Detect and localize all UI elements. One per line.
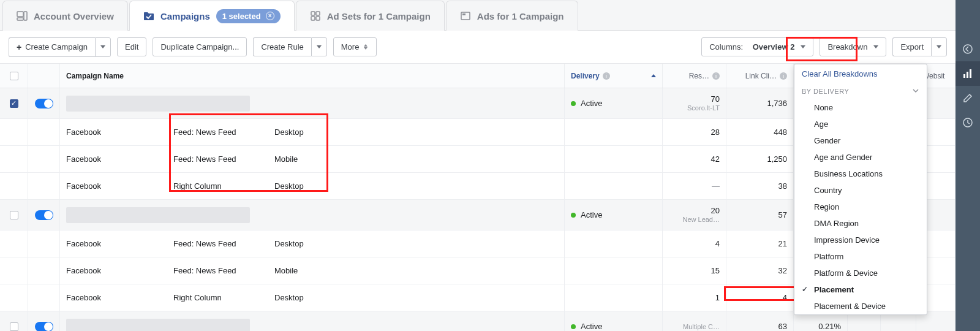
delivery-cell: Active [565,311,663,331]
header-campaign-name[interactable]: Campaign Name [60,64,565,88]
rail-collapse-icon[interactable] [956,37,980,61]
tab-ads[interactable]: Ads for 1 Campaign [446,1,578,31]
results-value: 15 [711,266,720,275]
columns-selector[interactable]: Columns: Overview 2 [701,37,813,56]
clicks-value: 1,736 [767,99,787,108]
export-group: Export [892,37,947,56]
delivery-cell: Active [565,88,663,118]
results-cell: 70Scoro.lt-LT [663,88,726,118]
sort-caret-icon [363,44,369,50]
clicks-cell: 1,736 [726,88,794,118]
svg-rect-5 [311,17,315,20]
section-label: BY DELIVERY [802,88,849,95]
results-value: 4 [715,239,720,248]
platform-value: Facebook [66,239,173,248]
create-campaign-button[interactable]: + Create Campaign [9,37,95,57]
rail-edit-icon[interactable] [956,86,980,110]
status-toggle[interactable] [35,210,53,220]
clicks-cell: 63 [726,311,794,331]
tab-account-overview[interactable]: Account Overview [2,1,128,31]
breakdown-option[interactable]: Platform & Device [794,265,927,281]
breakdown-option[interactable]: DMA Region [794,215,927,232]
edit-button[interactable]: Edit [117,37,146,56]
header-delivery[interactable]: Delivery i [565,64,663,88]
results-value: 1 [715,293,720,302]
option-label: Business Locations [814,169,883,178]
status-toggle[interactable] [35,99,53,108]
results-subtext: Multiple C… [669,323,720,330]
button-label: Duplicate Campaign... [160,42,239,51]
caret-down-icon [100,45,105,48]
dropdown-section-header[interactable]: BY DELIVERY [794,83,927,99]
info-icon: i [603,72,610,80]
create-rule-button[interactable]: Create Rule [253,37,311,56]
pill-text: 1 selected [222,12,261,21]
placement-value: Right Column [173,181,274,191]
results-cell: 4 [663,230,726,257]
duplicate-button[interactable]: Duplicate Campaign... [153,37,247,56]
folder-check-icon [143,10,154,21]
more-button[interactable]: More [333,37,377,56]
create-rule-caret[interactable] [311,37,327,56]
option-label: Platform [814,252,843,261]
button-label: Export [900,42,924,51]
device-value: Desktop [274,293,348,302]
header-link-clicks[interactable]: Link Cli… i [726,64,794,88]
breakdown-option[interactable]: Region [794,199,927,215]
tab-adsets[interactable]: Ad Sets for 1 Campaign [296,1,445,31]
row-checkbox-cell [0,200,28,230]
breakdown-option[interactable]: Business Locations [794,166,927,182]
option-label: Impression Device [814,235,880,245]
breakdown-dropdown: Clear All Breakdowns BY DELIVERY NoneAge… [794,64,927,315]
breakdown-option[interactable]: Country [794,182,927,199]
grid-icon [310,10,321,21]
clear-breakdowns-link[interactable]: Clear All Breakdowns [794,64,927,83]
breakdown-option[interactable]: Gender [794,132,927,149]
breakdown-option[interactable]: Age and Gender [794,149,927,166]
status-dot-icon [571,324,576,329]
placement-value: Right Column [173,293,274,302]
select-all-checkbox[interactable] [10,72,18,80]
breakdown-option[interactable]: Placement & Device [794,298,927,314]
svg-rect-10 [963,74,965,78]
device-value: Mobile [274,154,348,164]
row-toggle-cell [28,146,60,172]
results-cell: 42 [663,146,726,172]
breakdown-option[interactable]: Platform [794,248,927,265]
results-cell: 20New Lead… [663,200,726,230]
clear-selection-icon[interactable]: × [266,12,274,20]
campaign-name-cell [60,311,565,331]
export-caret[interactable] [931,37,947,56]
tab-campaigns[interactable]: Campaigns 1 selected × [129,1,295,31]
breakdown-option[interactable]: Impression Device [794,232,927,248]
info-icon: i [780,72,787,80]
export-button[interactable]: Export [892,37,931,56]
breakdown-name-cell: FacebookFeed: News FeedDesktop [60,230,565,257]
create-campaign-caret[interactable] [95,37,111,57]
breakdown-option[interactable]: Age [794,116,927,132]
rail-history-icon[interactable] [956,110,980,135]
results-value: 20 [711,207,720,215]
delivery-status: Active [581,322,602,331]
clicks-cell: 1,250 [726,146,794,172]
caret-down-icon [873,45,878,48]
selected-count-pill[interactable]: 1 selected × [216,9,281,23]
rail-charts-icon[interactable] [956,61,980,86]
breakdown-option[interactable]: None [794,99,927,116]
header-results[interactable]: Res… i [663,64,726,88]
row-checkbox[interactable]: ✓ [10,99,18,108]
status-toggle[interactable] [35,322,53,332]
platform-value: Facebook [66,293,173,302]
breakdown-option[interactable]: ✓Placement [794,281,927,298]
check-icon: ✓ [802,285,808,294]
svg-rect-3 [311,12,315,15]
row-checkbox[interactable] [10,211,18,219]
clicks-value: 448 [774,127,787,137]
clicks-cell: 57 [726,200,794,230]
dashboard-icon [17,10,28,21]
breakdown-button[interactable]: Breakdown [820,37,886,56]
platform-value: Facebook [66,181,173,191]
delivery-cell [565,284,663,311]
tab-label: Ads for 1 Campaign [477,11,564,21]
row-checkbox[interactable] [10,322,18,331]
